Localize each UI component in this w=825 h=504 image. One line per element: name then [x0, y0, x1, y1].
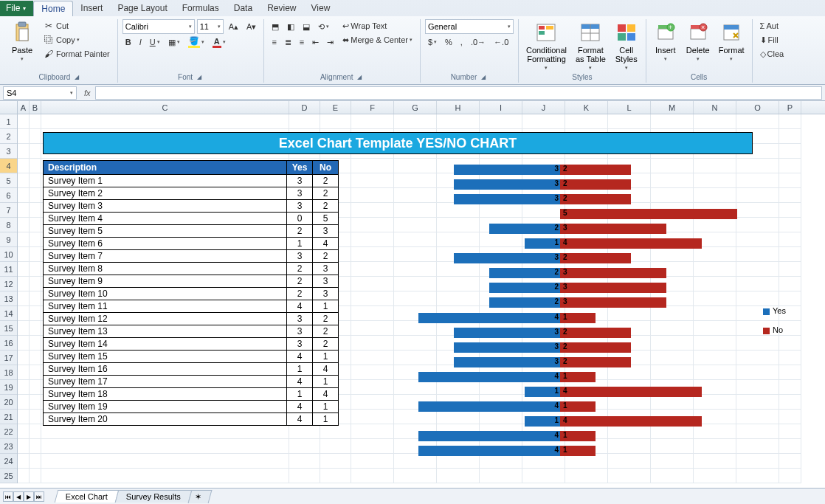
cut-button[interactable]: ✂Cut	[40, 19, 113, 32]
cell-yes[interactable]: 3	[287, 187, 313, 200]
cell-desc[interactable]: Survey Item 18	[44, 388, 287, 401]
col-header-A[interactable]: A	[18, 101, 30, 114]
cell-yes[interactable]: 0	[287, 213, 313, 225]
fill-color-button[interactable]: 🪣▾	[185, 35, 207, 49]
col-header-D[interactable]: D	[289, 101, 320, 114]
col-header-I[interactable]: I	[480, 101, 522, 114]
col-header-H[interactable]: H	[437, 101, 480, 114]
align-right-button[interactable]: ≡	[297, 35, 307, 49]
font-size-combo[interactable]: 11▾	[197, 19, 224, 34]
cell-yes[interactable]: 2	[287, 275, 313, 288]
cell-no[interactable]: 3	[313, 288, 339, 300]
increase-font-button[interactable]: A▴	[226, 20, 241, 33]
cell-no[interactable]: 2	[313, 200, 339, 213]
sheet-nav-next[interactable]: ▶	[24, 491, 34, 502]
row-header[interactable]: 11	[0, 262, 17, 277]
cell-yes[interactable]: 4	[287, 413, 313, 426]
conditional-formatting-button[interactable]: Conditional Formatting▾	[523, 19, 570, 72]
select-all-corner[interactable]	[0, 101, 18, 114]
borders-button[interactable]: ▦▾	[165, 35, 183, 49]
col-header-B[interactable]: B	[30, 101, 41, 114]
row-header[interactable]: 19	[0, 380, 17, 395]
cell-no[interactable]: 3	[313, 225, 339, 238]
tab-home[interactable]: Home	[33, 1, 73, 16]
row-header[interactable]: 7	[0, 203, 17, 218]
cell-desc[interactable]: Survey Item 20	[44, 413, 287, 426]
cell-desc[interactable]: Survey Item 11	[44, 300, 287, 313]
row-header[interactable]: 6	[0, 188, 17, 203]
font-color-button[interactable]: A▾	[210, 35, 229, 49]
cell-no[interactable]: 4	[313, 238, 339, 250]
cell-no[interactable]: 2	[313, 250, 339, 263]
cell-yes[interactable]: 4	[287, 300, 313, 313]
tab-formulas[interactable]: Formulas	[175, 1, 227, 16]
cell-desc[interactable]: Survey Item 19	[44, 401, 287, 413]
cell-no[interactable]: 3	[313, 263, 339, 275]
sheet-nav-first[interactable]: ⏮	[3, 491, 13, 502]
row-header[interactable]: 17	[0, 351, 17, 365]
cell-no[interactable]: 3	[313, 275, 339, 288]
row-header[interactable]: 15	[0, 321, 17, 336]
cell-yes[interactable]: 3	[287, 175, 313, 187]
row-header[interactable]: 16	[0, 336, 17, 351]
underline-button[interactable]: U▾	[147, 35, 163, 49]
copy-button[interactable]: ⿻Copy▾	[40, 33, 113, 46]
tab-view[interactable]: View	[304, 1, 338, 16]
row-header[interactable]: 14	[0, 306, 17, 321]
cell-desc[interactable]: Survey Item 10	[44, 288, 287, 300]
cell-desc[interactable]: Survey Item 1	[44, 175, 287, 187]
row-header[interactable]: 21	[0, 410, 17, 424]
cell-desc[interactable]: Survey Item 14	[44, 338, 287, 351]
cell-yes[interactable]: 2	[287, 263, 313, 275]
col-header-N[interactable]: N	[694, 101, 736, 114]
font-name-combo[interactable]: Calibri▾	[122, 19, 195, 34]
cell-no[interactable]: 2	[313, 313, 339, 325]
cell-yes[interactable]: 4	[287, 376, 313, 388]
delete-cells-button[interactable]: ×Delete▾	[683, 19, 713, 63]
cell-desc[interactable]: Survey Item 4	[44, 213, 287, 225]
tab-page-layout[interactable]: Page Layout	[110, 1, 174, 16]
decrease-font-button[interactable]: A▾	[244, 20, 259, 33]
cell-no[interactable]: 4	[313, 363, 339, 376]
cell-yes[interactable]: 4	[287, 401, 313, 413]
dialog-launcher-icon[interactable]: ◢	[195, 73, 204, 81]
cell-yes[interactable]: 4	[287, 351, 313, 363]
cell-no[interactable]: 2	[313, 175, 339, 187]
sheet-nav-last[interactable]: ⏭	[34, 491, 44, 502]
col-header-M[interactable]: M	[651, 101, 694, 114]
formula-input[interactable]	[95, 86, 822, 100]
col-header-F[interactable]: F	[351, 101, 394, 114]
row-header[interactable]: 20	[0, 395, 17, 410]
cell-desc[interactable]: Survey Item 15	[44, 351, 287, 363]
dialog-launcher-icon[interactable]: ◢	[479, 73, 488, 81]
insert-cells-button[interactable]: +Insert▾	[651, 19, 680, 63]
cell-yes[interactable]: 1	[287, 363, 313, 376]
row-header[interactable]: 13	[0, 291, 17, 306]
cell-yes[interactable]: 2	[287, 225, 313, 238]
align-middle-button[interactable]: ◧	[284, 20, 297, 33]
autosum-button[interactable]: ΣAut	[757, 19, 787, 32]
col-header-L[interactable]: L	[608, 101, 651, 114]
row-header[interactable]: 22	[0, 424, 17, 439]
sheet-tab-active[interactable]: Excel Chart	[55, 490, 119, 503]
cell-yes[interactable]: 3	[287, 200, 313, 213]
fill-button[interactable]: ⬇Fill	[757, 33, 787, 46]
cell-no[interactable]: 2	[313, 338, 339, 351]
dialog-launcher-icon[interactable]: ◢	[355, 73, 364, 81]
cell-desc[interactable]: Survey Item 2	[44, 187, 287, 200]
cell-no[interactable]: 2	[313, 187, 339, 200]
cell-yes[interactable]: 3	[287, 325, 313, 338]
col-header-J[interactable]: J	[522, 101, 565, 114]
cell-desc[interactable]: Survey Item 8	[44, 263, 287, 275]
row-header[interactable]: 5	[0, 173, 17, 188]
cell-desc[interactable]: Survey Item 3	[44, 200, 287, 213]
col-header-K[interactable]: K	[565, 101, 608, 114]
row-header[interactable]: 24	[0, 454, 17, 469]
col-header-E[interactable]: E	[320, 101, 351, 114]
row-header[interactable]: 18	[0, 365, 17, 380]
cell-yes[interactable]: 3	[287, 338, 313, 351]
cell-yes[interactable]: 3	[287, 250, 313, 263]
tab-data[interactable]: Data	[227, 1, 260, 16]
cell-desc[interactable]: Survey Item 7	[44, 250, 287, 263]
cell-no[interactable]: 1	[313, 376, 339, 388]
